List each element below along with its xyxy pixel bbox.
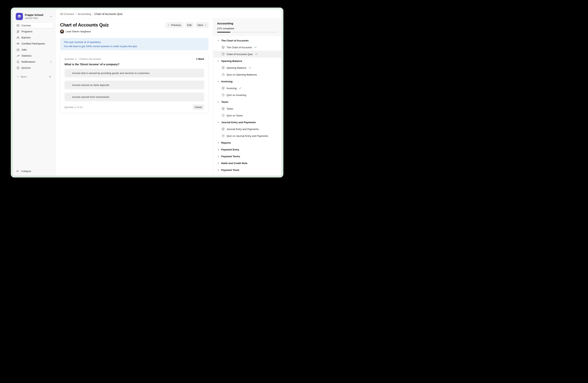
outline-section-payment-tools[interactable]: Payment Tools (213, 167, 281, 173)
sidebar-nav: CoursesProgramsBatchesCertified Particip… (15, 23, 53, 71)
sidebar-more[interactable]: More (15, 74, 53, 79)
breadcrumb-separator: / (75, 13, 76, 16)
outline-item-taxes[interactable]: Taxes (213, 105, 281, 112)
sidebar-item-quizzes[interactable]: Quizzes (15, 65, 53, 71)
page-title: Chart of Accounts Quiz (60, 22, 109, 28)
outline-item-quiz-on-taxes[interactable]: Quiz on Taxes (213, 112, 281, 119)
course-outline-header: Accounting 22% completed (213, 19, 281, 36)
outline-section-the-chart-of-accounts[interactable]: The Chart of Accounts (213, 37, 281, 44)
lesson-nav-buttons: Previous Edit Next (165, 22, 209, 28)
outline-section-title: Debit and Credit Note (221, 162, 247, 165)
course-outline-panel: Accounting 22% completed The Chart of Ac… (213, 19, 281, 176)
radio-icon (67, 96, 70, 98)
answer-option-2[interactable]: Income earned on bank deposits (64, 81, 204, 89)
outline-item-quiz-on-journal-entry-and-payments[interactable]: Quiz on Journal Entry and Payments (213, 133, 281, 139)
chevron-left-icon (168, 24, 170, 26)
outline-section-opening-balance[interactable]: Opening Balance (213, 57, 281, 64)
previous-label: Previous (171, 24, 181, 26)
breadcrumb-all-courses[interactable]: All Courses (60, 13, 74, 16)
completed-check-icon (239, 87, 242, 90)
outline-item-label: Quiz on Journal Entry and Payments (227, 134, 268, 137)
workspace-user: Jannat Patel (25, 17, 48, 20)
outline-item-label: Taxes (227, 107, 233, 110)
help-circle-icon (222, 94, 225, 96)
sidebar-item-statistics[interactable]: Statistics (15, 53, 53, 58)
sidebar-item-batches[interactable]: Batches (15, 35, 53, 40)
outline-section-payment-terms[interactable]: Payment Terms (213, 153, 281, 160)
check-button[interactable]: Check (192, 104, 204, 110)
sidebar-item-courses[interactable]: Courses (15, 23, 53, 28)
answer-option-3[interactable]: Income earned from investments (64, 93, 204, 101)
outline-section-payment-entry[interactable]: Payment Entry (213, 146, 281, 153)
chevron-down-icon (217, 60, 220, 62)
outline-section-reports[interactable]: Reports (213, 139, 281, 146)
answer-option-1[interactable]: Income that is earned by providing goods… (64, 69, 204, 77)
answer-option-label: Income earned from investments (72, 96, 109, 98)
outline-item-journal-entry-and-payments[interactable]: Journal Entry and Payments (213, 126, 281, 133)
breadcrumb-separator: / (92, 13, 93, 16)
outline-section-title: Payment Entry (221, 148, 239, 151)
chevron-right-icon (17, 76, 19, 78)
outline-section-title: Reports (221, 141, 231, 144)
sidebar-item-certified-participants[interactable]: Certified Participants (15, 41, 53, 46)
sidebar-item-label: Jobs (21, 48, 27, 51)
banner-line: This quiz consists of 10 questions. (64, 40, 205, 44)
question-text: What is the 'Direct Income' of a company… (64, 63, 204, 66)
outline-item-quiz-on-invoicing[interactable]: Quiz on Invoicing (213, 92, 281, 98)
outline-item-the-chart-of-accounts[interactable]: The Chart of Accounts (213, 44, 281, 51)
chevron-right-icon (217, 169, 220, 171)
collapse-left-icon (17, 170, 19, 172)
question-marks: 1 Mark (196, 57, 204, 60)
help-circle-icon (222, 73, 225, 76)
outline-section-title: Taxes (221, 100, 228, 103)
workspace-switcher[interactable]: Frappe School Jannat Patel (15, 11, 53, 23)
course-progress-fill (217, 32, 230, 33)
graduation-cap-outline-icon (17, 42, 20, 45)
outline-section-title: Opening Balance (221, 60, 242, 62)
edit-button[interactable]: Edit (185, 22, 194, 28)
outline-section-journal-entry-and-payments[interactable]: Journal Entry and Payments (213, 119, 281, 126)
breadcrumb: All Courses / Accounting / Chart of Acco… (56, 9, 281, 19)
sidebar-item-label: Batches (21, 36, 31, 39)
next-label: Next (198, 24, 203, 26)
completed-check-icon (255, 53, 258, 56)
help-circle-icon (222, 53, 225, 56)
sidebar-item-notifications[interactable]: Notifications1 (15, 59, 53, 64)
chevron-right-icon (217, 162, 220, 164)
trending-up-icon (17, 54, 20, 57)
chevron-down-icon (217, 121, 220, 124)
outline-item-quiz-on-opening-balances[interactable]: Quiz on Opening Balances (213, 71, 281, 78)
sidebar-item-programs[interactable]: Programs (15, 29, 53, 34)
next-button[interactable]: Next (195, 22, 209, 28)
quiz-content: Chart of Accounts Quiz Previous Edit Nex… (56, 19, 213, 176)
chevron-down-icon (217, 39, 220, 42)
outline-item-label: Quiz on Opening Balances (227, 73, 257, 76)
chevron-right-icon (217, 142, 220, 144)
outline-item-chart-of-accounts-quiz[interactable]: Chart of Accounts Quiz (213, 51, 281, 57)
outline-section-invoicing[interactable]: Invoicing (213, 78, 281, 85)
users-icon (17, 36, 20, 39)
outline-section-taxes[interactable]: Taxes (213, 98, 281, 105)
check-label: Check (195, 106, 202, 109)
chevron-down-icon (217, 80, 220, 83)
edit-label: Edit (187, 24, 191, 26)
breadcrumb-accounting[interactable]: Accounting (78, 13, 91, 16)
sidebar-collapse-button[interactable]: Collapse (15, 168, 53, 174)
question-progress: Question 1 of 10 (64, 106, 83, 109)
previous-button[interactable]: Previous (165, 22, 183, 28)
monitor-play-icon (222, 87, 225, 90)
briefcase-icon (17, 48, 20, 51)
outline-section-debit-and-credit-note[interactable]: Debit and Credit Note (213, 160, 281, 167)
radio-icon (67, 72, 70, 75)
app-window-frame: Frappe School Jannat Patel CoursesProgra… (11, 8, 283, 177)
plus-icon[interactable] (49, 75, 52, 78)
monitor-play-icon (222, 107, 225, 110)
sidebar-item-jobs[interactable]: Jobs (15, 47, 53, 52)
outline-item-opening-balance[interactable]: Opening Balance (213, 64, 281, 71)
outline-item-invoicing[interactable]: Invoicing (213, 85, 281, 92)
chevron-down-icon[interactable] (50, 15, 52, 18)
outline-item-label: The Chart of Accounts (227, 46, 252, 49)
answer-options: Income that is earned by providing goods… (64, 69, 204, 101)
sidebar-item-label: Quizzes (21, 66, 31, 69)
book-open-icon (17, 24, 20, 27)
